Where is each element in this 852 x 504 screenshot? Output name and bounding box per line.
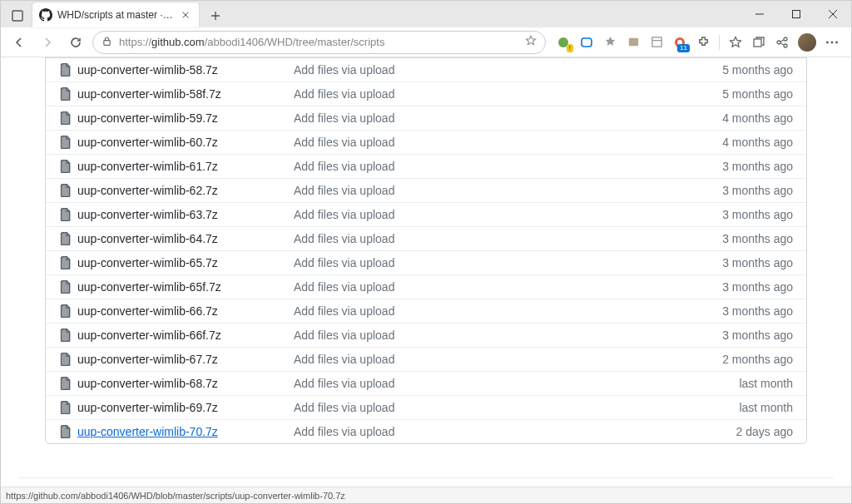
divider [719, 35, 720, 50]
file-name: uup-converter-wimlib-69.7z [77, 401, 294, 414]
file-link[interactable]: uup-converter-wimlib-62.7z [77, 184, 218, 197]
file-link[interactable]: uup-converter-wimlib-66f.7z [77, 329, 221, 342]
share-button[interactable] [775, 35, 790, 50]
commit-message[interactable]: Add files via upload [294, 353, 722, 366]
extension-icon[interactable]: 11 [672, 35, 687, 50]
svg-rect-0 [12, 11, 22, 21]
address-bar[interactable]: https://github.com/abbodi1406/WHD/tree/m… [92, 31, 546, 54]
file-link[interactable]: uup-converter-wimlib-58f.7z [77, 87, 221, 101]
svg-point-11 [784, 37, 787, 41]
commit-message[interactable]: Add files via upload [294, 63, 722, 77]
reload-button[interactable] [64, 31, 87, 54]
svg-rect-1 [793, 11, 800, 18]
file-row: uup-converter-wimlib-64.7zAdd files via … [46, 226, 806, 250]
file-icon [59, 160, 77, 173]
svg-rect-4 [582, 38, 592, 47]
extensions-menu-icon[interactable] [696, 35, 711, 50]
tab-title: WHD/scripts at master · abbodi1 [57, 9, 174, 21]
extension-icon[interactable]: ! [556, 35, 571, 50]
extension-icon[interactable] [602, 35, 617, 50]
favorites-button[interactable] [728, 35, 743, 50]
file-link[interactable]: uup-converter-wimlib-70.7z [77, 425, 218, 438]
file-age: 3 months ago [722, 208, 793, 221]
commit-message[interactable]: Add files via upload [294, 232, 722, 245]
browser-tab[interactable]: WHD/scripts at master · abbodi1 [32, 2, 199, 27]
file-link[interactable]: uup-converter-wimlib-61.7z [77, 160, 218, 173]
commit-message[interactable]: Add files via upload [294, 111, 722, 125]
file-icon [59, 184, 77, 197]
file-row: uup-converter-wimlib-70.7zAdd files via … [46, 419, 806, 443]
file-age: 3 months ago [722, 160, 793, 173]
commit-message[interactable]: Add files via upload [294, 184, 722, 197]
collections-button[interactable] [751, 35, 766, 50]
svg-point-13 [826, 41, 829, 43]
forward-button[interactable] [36, 31, 59, 54]
lock-icon [102, 36, 112, 49]
commit-message[interactable]: Add files via upload [294, 425, 736, 438]
file-age: last month [739, 401, 793, 414]
page-viewport[interactable]: uup-converter-wimlib-58.7zAdd files via … [1, 57, 851, 487]
file-name: uup-converter-wimlib-65f.7z [77, 280, 294, 294]
svg-rect-9 [754, 39, 761, 47]
commit-message[interactable]: Add files via upload [294, 87, 722, 101]
svg-point-14 [831, 41, 834, 43]
file-link[interactable]: uup-converter-wimlib-65.7z [77, 256, 218, 269]
file-age: 2 months ago [722, 353, 793, 366]
file-link[interactable]: uup-converter-wimlib-69.7z [77, 401, 218, 414]
file-age: last month [739, 377, 793, 390]
file-link[interactable]: uup-converter-wimlib-60.7z [77, 136, 218, 149]
file-row: uup-converter-wimlib-66f.7zAdd files via… [46, 323, 806, 347]
commit-message[interactable]: Add files via upload [294, 136, 722, 149]
svg-point-15 [835, 41, 838, 43]
file-link[interactable]: uup-converter-wimlib-58.7z [77, 63, 218, 77]
commit-message[interactable]: Add files via upload [294, 377, 739, 390]
file-link[interactable]: uup-converter-wimlib-67.7z [77, 353, 218, 366]
tab-bar: WHD/scripts at master · abbodi1 [1, 1, 227, 27]
back-button[interactable] [7, 31, 31, 54]
new-tab-button[interactable] [204, 4, 227, 27]
commit-message[interactable]: Add files via upload [294, 280, 722, 294]
file-age: 5 months ago [722, 87, 793, 101]
file-link[interactable]: uup-converter-wimlib-66.7z [77, 304, 218, 318]
file-icon [59, 232, 77, 245]
file-icon [59, 304, 77, 318]
file-icon [59, 256, 77, 269]
extension-icon[interactable] [649, 35, 664, 50]
file-link[interactable]: uup-converter-wimlib-64.7z [77, 232, 218, 245]
extension-icon[interactable] [579, 35, 594, 50]
svg-point-12 [784, 44, 787, 47]
close-window-button[interactable] [815, 1, 851, 27]
commit-message[interactable]: Add files via upload [294, 208, 722, 221]
favorite-icon[interactable] [525, 35, 537, 49]
file-link[interactable]: uup-converter-wimlib-65f.7z [77, 280, 221, 294]
maximize-button[interactable] [778, 1, 815, 27]
profile-avatar[interactable] [798, 33, 816, 52]
file-name: uup-converter-wimlib-63.7z [77, 208, 294, 221]
minimize-button[interactable] [741, 1, 778, 27]
svg-point-10 [777, 41, 780, 44]
extension-icon[interactable] [626, 35, 641, 50]
file-link[interactable]: uup-converter-wimlib-68.7z [77, 377, 218, 390]
file-link[interactable]: uup-converter-wimlib-59.7z [77, 111, 218, 125]
menu-button[interactable] [825, 35, 840, 50]
titlebar: WHD/scripts at master · abbodi1 [1, 1, 851, 27]
commit-message[interactable]: Add files via upload [294, 160, 722, 173]
commit-message[interactable]: Add files via upload [294, 256, 722, 269]
file-row: uup-converter-wimlib-58.7zAdd files via … [46, 58, 806, 82]
file-name: uup-converter-wimlib-62.7z [77, 184, 294, 197]
file-age: 3 months ago [722, 280, 793, 294]
window-controls [741, 1, 851, 27]
file-list: uup-converter-wimlib-58.7zAdd files via … [45, 57, 807, 444]
tab-close-button[interactable] [179, 8, 192, 22]
commit-message[interactable]: Add files via upload [294, 329, 722, 342]
file-icon [59, 136, 77, 149]
commit-message[interactable]: Add files via upload [294, 304, 722, 318]
commit-message[interactable]: Add files via upload [294, 401, 739, 414]
tab-actions-button[interactable] [6, 4, 29, 27]
file-age: 4 months ago [722, 136, 793, 149]
file-link[interactable]: uup-converter-wimlib-63.7z [77, 208, 218, 221]
file-row: uup-converter-wimlib-68.7zAdd files via … [46, 371, 806, 395]
file-name: uup-converter-wimlib-58.7z [77, 63, 294, 77]
file-row: uup-converter-wimlib-67.7zAdd files via … [46, 347, 806, 371]
file-icon [59, 353, 77, 366]
